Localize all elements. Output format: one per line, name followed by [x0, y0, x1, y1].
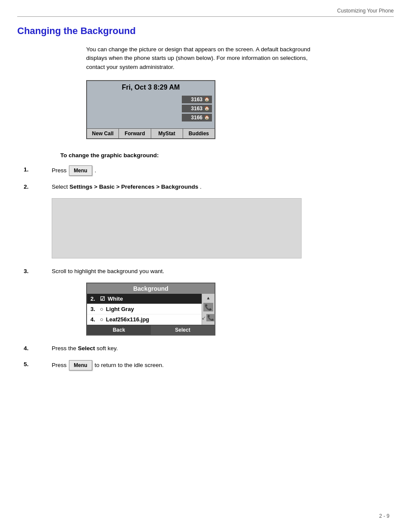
- step-5: 5. Press Menu to return to the idle scre…: [17, 360, 394, 370]
- bg-row-lightgray: 3. ○ Light Gray: [87, 304, 202, 314]
- phone-softkeys: New Call Forward MyStat Buddies: [87, 128, 215, 138]
- section-label: Customizing Your Phone: [337, 8, 394, 14]
- phone-time-display: Fri, Oct 3 8:29 AM: [87, 81, 215, 94]
- phone-softkey-newcall: New Call: [87, 129, 119, 138]
- bg-screen-header: Background: [87, 283, 215, 294]
- phone-softkey-forward: Forward: [119, 129, 151, 138]
- phone-left-area: [87, 94, 176, 128]
- step-1-content: Press Menu .: [52, 165, 394, 176]
- phone-screen-mockup: Fri, Oct 3 8:29 AM 3163 🏠 3163 🏠 3166 🏠: [86, 80, 215, 139]
- step-1-text-after: .: [94, 167, 96, 173]
- phone-softkey-buddies: Buddies: [183, 129, 215, 138]
- line-3-number: 3166: [191, 115, 202, 121]
- page-number: 2 - 9: [379, 513, 389, 519]
- menu-key-2: Menu: [69, 360, 92, 370]
- line-1-number: 3163: [191, 96, 202, 103]
- bg-row-leaf-number: 4.: [90, 316, 100, 323]
- bg-row-white: 2. ☑ White: [87, 294, 202, 304]
- step-4-text-after: soft key.: [97, 345, 118, 352]
- bg-softkey-select: Select: [151, 325, 215, 335]
- header-rule: [17, 16, 394, 17]
- step-2-bold-text: Settings > Basic > Preferences > Backgro…: [69, 184, 198, 190]
- line-2-number: 3163: [191, 106, 202, 112]
- page-title: Changing the Background: [17, 25, 394, 37]
- bg-row-white-label: White: [108, 296, 198, 302]
- bg-screen-footer: Back Select: [87, 325, 215, 335]
- step-5-text-after: to return to the idle screen.: [94, 361, 164, 368]
- step-4-content: Press the Select soft key.: [52, 344, 394, 353]
- side-icon-up-arrow: ▲: [206, 296, 211, 300]
- phone-line-3: 3166 🏠: [182, 114, 212, 121]
- bg-screen-rows: 2. ☑ White 3. ○ Light Gray 4. ○ Leaf25: [87, 294, 202, 325]
- step-1: 1. Press Menu .: [17, 165, 394, 176]
- side-icon-phone-1: 📞: [203, 303, 213, 311]
- step-4-bold-word: Select: [78, 345, 95, 352]
- phone-screen: Fri, Oct 3 8:29 AM 3163 🏠 3163 🏠 3166 🏠: [86, 80, 215, 139]
- page-content: Changing the Background You can change t…: [0, 25, 411, 395]
- step-3-content: Scroll to highlight the background you w…: [52, 267, 394, 276]
- bg-softkey-back: Back: [87, 325, 151, 335]
- line-2-icon: 🏠: [204, 106, 209, 111]
- bg-row-white-checkbox: ☑: [100, 296, 105, 302]
- step-2-content: Select Settings > Basic > Preferences > …: [52, 183, 394, 191]
- menu-key-1: Menu: [69, 165, 92, 176]
- step-5-number: 5.: [17, 360, 52, 367]
- bg-screen-container: Background 2. ☑ White 3. ○ Light Gray: [86, 283, 215, 336]
- side-icon-down-phone: ↙📞: [202, 314, 215, 321]
- bg-row-white-number: 2.: [90, 296, 100, 302]
- bg-side-icons: ▲ 📞 ↙📞: [202, 294, 215, 325]
- bg-row-lightgray-checkbox: ○: [100, 306, 103, 312]
- step-5-content: Press Menu to return to the idle screen.: [52, 360, 394, 370]
- phone-main-area: 3163 🏠 3163 🏠 3166 🏠: [87, 94, 215, 128]
- bg-screen: Background 2. ☑ White 3. ○ Light Gray: [86, 283, 215, 336]
- step-2: 2. Select Settings > Basic > Preferences…: [17, 183, 394, 191]
- bg-screen-body: 2. ☑ White 3. ○ Light Gray 4. ○ Leaf25: [87, 294, 215, 325]
- step-4-number: 4.: [17, 344, 52, 352]
- bg-row-leaf-label: Leaf256x116.jpg: [106, 316, 198, 323]
- phone-softkey-mystat: MyStat: [151, 129, 183, 138]
- phone-right-area: 3163 🏠 3163 🏠 3166 🏠: [176, 94, 215, 128]
- bg-row-leaf: 4. ○ Leaf256x116.jpg: [87, 314, 202, 325]
- phone-line-1: 3163 🏠: [182, 96, 212, 103]
- step-1-number: 1.: [17, 165, 52, 173]
- step-4: 4. Press the Select soft key.: [17, 344, 394, 353]
- step-2-text-before: Select: [52, 184, 68, 190]
- step-3: 3. Scroll to highlight the background yo…: [17, 267, 394, 276]
- step-2-text-after: .: [200, 184, 202, 190]
- steps-subtitle: To change the graphic background:: [60, 152, 394, 159]
- line-3-icon: 🏠: [204, 115, 209, 120]
- bg-row-leaf-checkbox: ○: [100, 316, 103, 323]
- intro-text: You can change the picture or design tha…: [86, 45, 327, 72]
- step-5-text-before: Press: [52, 361, 67, 368]
- step-1-text-before: Press: [52, 167, 67, 173]
- bg-row-lightgray-label: Light Gray: [106, 306, 198, 312]
- bg-row-lightgray-number: 3.: [90, 306, 100, 312]
- step-2-number: 2.: [17, 183, 52, 190]
- line-1-icon: 🏠: [204, 97, 209, 102]
- phone-line-2: 3163 🏠: [182, 105, 212, 112]
- gray-placeholder-box: [52, 198, 302, 258]
- step-3-number: 3.: [17, 267, 52, 274]
- step-4-text-before: Press the: [52, 345, 76, 352]
- page-header: Customizing Your Phone: [0, 0, 411, 16]
